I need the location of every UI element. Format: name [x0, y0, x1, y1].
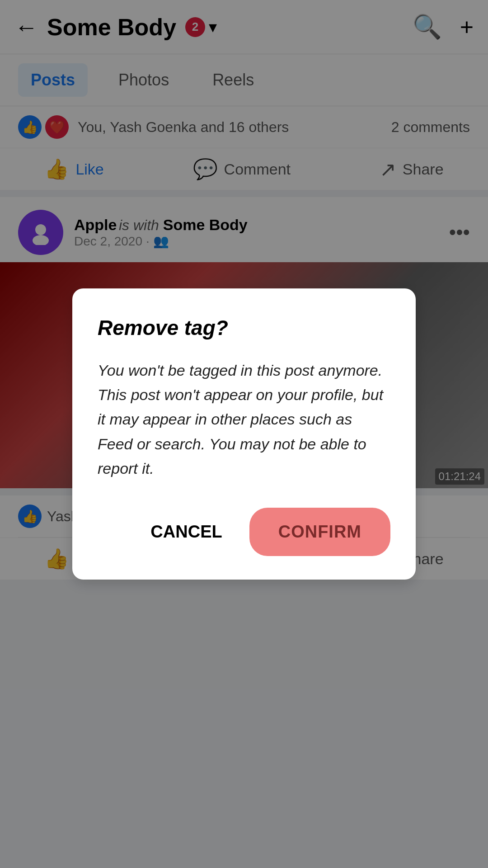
dialog-body: You won't be tagged in this post anymore… — [98, 358, 390, 481]
confirm-button[interactable]: CONFIRM — [249, 508, 390, 556]
modal-overlay: Remove tag? You won't be tagged in this … — [0, 0, 488, 868]
remove-tag-dialog: Remove tag? You won't be tagged in this … — [72, 288, 416, 580]
dialog-actions: CANCEL CONFIRM — [98, 508, 390, 556]
cancel-button[interactable]: CANCEL — [138, 513, 235, 551]
dialog-title: Remove tag? — [98, 316, 390, 340]
